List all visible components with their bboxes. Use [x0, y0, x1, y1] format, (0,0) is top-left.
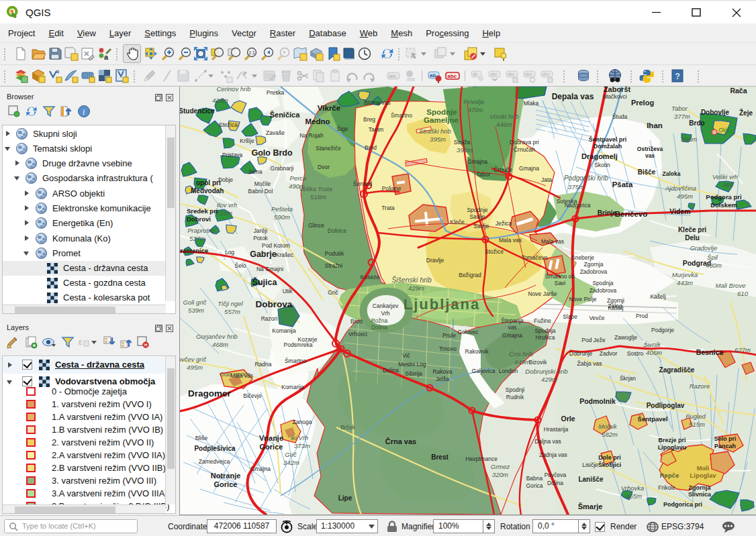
svg-text:Hrušica: Hrušica	[536, 334, 555, 341]
svg-text:429m: 429m	[541, 376, 557, 383]
svg-text:Sibirija: Sibirija	[405, 370, 422, 377]
svg-text:Tičji ngel: Tičji ngel	[218, 300, 243, 307]
svg-text:Hrastenice: Hrastenice	[180, 247, 208, 254]
svg-text:342m: 342m	[283, 459, 299, 466]
svg-text:Dolskem: Dolskem	[710, 201, 737, 209]
svg-text:Čerinov hrib: Čerinov hrib	[216, 87, 250, 93]
svg-text:Brezje pri: Brezje pri	[658, 437, 686, 443]
svg-text:vas: vas	[508, 324, 516, 331]
svg-text:Nove Polje: Nove Polje	[569, 296, 596, 303]
svg-text:Jarěji: Jarěji	[254, 227, 267, 234]
svg-text:Golo Brdo: Golo Brdo	[251, 148, 292, 158]
svg-text:Dobrunjski hrib: Dobrunjski hrib	[525, 368, 567, 375]
svg-text:Podplešivica: Podplešivica	[194, 445, 236, 452]
svg-text:Dole pri: Dole pri	[598, 454, 621, 461]
svg-text:Pod Ježe: Pod Ježe	[581, 337, 606, 343]
svg-text:Škrjan: Škrjan	[620, 375, 636, 382]
svg-text:Podgorje: Podgorje	[651, 327, 674, 333]
svg-text:Gabrje: Gabrje	[250, 250, 277, 259]
svg-text:Mestni Log: Mestni Log	[398, 361, 426, 368]
svg-text:vas: vas	[645, 152, 655, 159]
svg-text:Podgora pri: Podgora pri	[706, 193, 741, 201]
svg-text:Kleče: Kleče	[450, 219, 465, 225]
svg-text:Straški hrib: Straški hrib	[419, 127, 451, 135]
svg-text:Kašelj: Kašelj	[608, 305, 623, 311]
svg-text:Blatna vas: Blatna vas	[364, 99, 391, 106]
svg-text:Šelo: Šelo	[234, 262, 246, 269]
svg-text:Šujica: Šujica	[252, 277, 278, 287]
svg-text:Poljane: Poljane	[382, 185, 401, 192]
svg-text:abc: abc	[448, 73, 457, 79]
svg-text:Podgorica pri: Podgorica pri	[663, 501, 702, 508]
svg-text:Videm: Videm	[669, 207, 690, 215]
svg-text:Gorice: Gorice	[214, 480, 238, 488]
svg-text:Dobrava pri: Dobrava pri	[510, 139, 539, 146]
svg-text:Bliše: Bliše	[195, 435, 208, 441]
svg-text:Rudnik: Rudnik	[506, 394, 524, 400]
svg-text:Črnuče: Črnuče	[493, 166, 512, 173]
svg-text:Gmajna: Gmajna	[519, 165, 539, 172]
svg-text:Koseze: Koseze	[361, 274, 380, 280]
svg-text:Visoki hrib: Visoki hrib	[489, 113, 519, 120]
svg-text:ab: ab	[473, 72, 478, 76]
svg-text:Zgornji: Zgornji	[607, 297, 624, 304]
svg-text:Rakovnik: Rakovnik	[465, 348, 489, 355]
svg-text:395m: 395m	[457, 146, 473, 154]
svg-text:Spodnja: Spodnja	[534, 327, 555, 334]
svg-text:Spodnja: Spodnja	[592, 280, 613, 286]
svg-text:Šentvid: Šentvid	[353, 180, 373, 187]
svg-text:Šige: Šige	[336, 125, 348, 132]
svg-text:Grič: Grič	[285, 451, 297, 458]
svg-text:Prule: Prule	[442, 332, 456, 339]
svg-text:Medvodah: Medvodah	[191, 187, 224, 195]
svg-text:Študa: Študa	[612, 113, 627, 120]
svg-text:Golovec: Golovec	[457, 329, 479, 335]
svg-text:?: ?	[675, 72, 680, 81]
svg-text:Ihan: Ihan	[647, 121, 663, 129]
svg-text:Spodnje: Spodnje	[426, 108, 457, 116]
svg-text:Šišenski hrib: Šišenski hrib	[391, 276, 432, 284]
svg-text:Pevčeva: Pevčeva	[545, 472, 567, 478]
svg-text:Pšata: Pšata	[612, 180, 633, 189]
svg-text:Utik: Utik	[283, 288, 293, 294]
svg-text:Bežigrad: Bežigrad	[459, 272, 481, 278]
svg-text:Privolje: Privolje	[463, 98, 484, 105]
svg-text:Trnovo: Trnovo	[439, 345, 457, 352]
svg-text:Grabnarji: Grabnarji	[271, 165, 294, 172]
svg-text:Gmajna: Gmajna	[250, 466, 271, 472]
svg-text:Spodnji: Spodnji	[506, 386, 524, 393]
svg-text:Močile: Močile	[254, 180, 271, 187]
svg-text:Savlje: Savlje	[473, 223, 489, 229]
svg-text:Lipe: Lipe	[338, 494, 352, 502]
svg-text:Selo pri: Selo pri	[714, 435, 736, 442]
svg-text:Vič: Vič	[402, 352, 410, 359]
svg-text:Slape: Slape	[563, 313, 577, 320]
svg-text:Gorica: Gorica	[526, 482, 542, 489]
svg-text:Stožice: Stožice	[485, 248, 504, 255]
svg-text:Rakova: Rakova	[433, 368, 453, 375]
svg-text:465m: 465m	[626, 492, 642, 500]
svg-text:Ježica: Ježica	[495, 220, 512, 227]
svg-text:Zamedvejca: Zamedvejca	[199, 458, 230, 465]
svg-text:590m: 590m	[274, 213, 290, 221]
svg-text:abc: abc	[389, 74, 397, 78]
svg-text:Podutik: Podutik	[325, 250, 344, 257]
svg-text:Dolina: Dolina	[383, 367, 399, 374]
svg-text:Veliki vrh: Veliki vrh	[712, 173, 738, 180]
svg-text:Dravlje: Dravlje	[426, 257, 444, 264]
svg-text:Brinje: Brinje	[598, 209, 617, 217]
svg-text:Sredek pri: Sredek pri	[187, 207, 218, 215]
svg-text:Zadnja vas: Zadnja vas	[539, 451, 567, 458]
svg-text:Tomačevo: Tomačevo	[522, 254, 548, 261]
svg-text:Šmartno: Šmartno	[285, 358, 306, 364]
svg-text:Soteska: Soteska	[557, 198, 577, 205]
svg-text:Na Rojah: Na Rojah	[299, 132, 324, 139]
svg-text:Kleče pri: Kleče pri	[678, 226, 706, 233]
svg-text:Galjevica: Galjevica	[472, 368, 495, 374]
svg-text:Šmartno ob: Šmartno ob	[545, 273, 575, 280]
svg-text:Mali: Mali	[697, 464, 709, 472]
svg-text:Škofljici: Škofljici	[598, 461, 622, 468]
svg-text:Zgornja: Zgornja	[689, 484, 712, 491]
svg-text:Špil: Špil	[707, 254, 718, 261]
svg-text:Brod: Brod	[365, 144, 377, 151]
